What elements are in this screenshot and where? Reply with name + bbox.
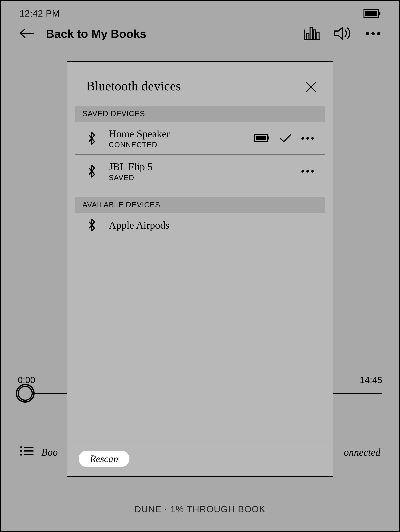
status-bar: 12:42 PM <box>1 1 399 20</box>
svg-rect-7 <box>310 28 312 40</box>
available-devices-header: AVAILABLE DEVICES <box>75 197 325 213</box>
close-button[interactable] <box>303 79 319 96</box>
bluetooth-modal: Bluetooth devices SAVED DEVICES Home Spe… <box>67 61 333 477</box>
device-name: JBL Flip 5 <box>109 161 294 173</box>
list-icon[interactable] <box>19 445 34 459</box>
clock: 12:42 PM <box>19 8 60 19</box>
svg-rect-9 <box>317 32 319 40</box>
device-status: SAVED <box>109 174 294 182</box>
svg-rect-21 <box>256 136 266 140</box>
device-status: CONNECTED <box>109 141 246 149</box>
device-row-jbl-flip-5[interactable]: JBL Flip 5 SAVED <box>75 155 325 187</box>
svg-point-11 <box>20 446 22 448</box>
svg-rect-1 <box>379 12 381 15</box>
svg-rect-6 <box>307 33 309 40</box>
svg-rect-8 <box>313 30 316 40</box>
back-button[interactable]: Back to My Books <box>19 27 304 40</box>
device-row-apple-airpods[interactable]: Apple Airpods <box>75 213 325 237</box>
page-title: Back to My Books <box>46 27 146 40</box>
bluetooth-icon <box>86 165 97 178</box>
device-more-icon[interactable] <box>301 137 314 140</box>
bluetooth-icon <box>86 132 97 145</box>
device-more-icon[interactable] <box>301 170 314 173</box>
back-arrow-icon <box>19 28 35 39</box>
check-icon <box>279 133 292 143</box>
elapsed-time: 0:00 <box>18 375 35 385</box>
device-name: Home Speaker <box>109 128 246 140</box>
svg-rect-2 <box>365 11 377 16</box>
saved-devices-header: SAVED DEVICES <box>75 106 325 122</box>
bottom-left-text: Boo <box>41 446 58 458</box>
device-row-home-speaker[interactable]: Home Speaker CONNECTED <box>75 122 325 155</box>
bluetooth-icon <box>86 218 97 232</box>
bottom-right-text: onnected <box>344 446 381 458</box>
remaining-time: 14:45 <box>360 375 382 385</box>
svg-point-12 <box>20 450 22 452</box>
modal-title: Bluetooth devices <box>86 79 181 94</box>
equalizer-icon[interactable] <box>304 26 321 41</box>
device-name: Apple Airpods <box>109 219 314 231</box>
svg-rect-20 <box>268 136 269 139</box>
close-icon <box>304 91 318 94</box>
battery-icon <box>254 134 269 142</box>
top-nav: Back to My Books <box>1 20 399 49</box>
progress-knob[interactable] <box>16 384 35 403</box>
more-icon[interactable] <box>366 32 381 35</box>
modal-footer: Rescan <box>67 441 333 476</box>
svg-point-13 <box>20 454 22 456</box>
svg-marker-10 <box>335 27 343 39</box>
rescan-button[interactable]: Rescan <box>79 451 129 467</box>
book-summary: DUNE · 1% THROUGH BOOK <box>1 504 399 514</box>
battery-icon <box>363 9 381 18</box>
volume-icon[interactable] <box>334 26 353 41</box>
